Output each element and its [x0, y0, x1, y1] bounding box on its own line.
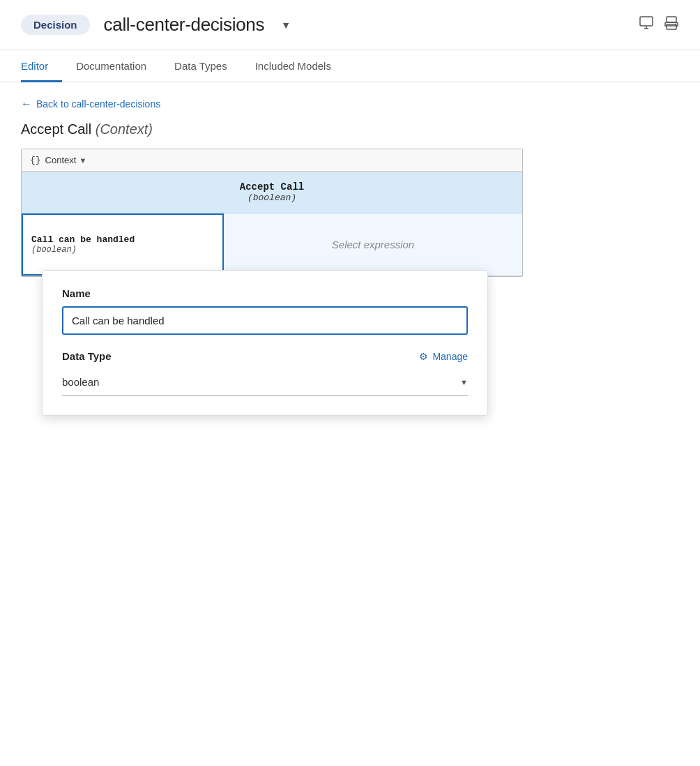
back-arrow-icon: ← — [21, 98, 32, 110]
data-type-select-wrapper: boolean string number date — [62, 369, 468, 396]
manage-link-text: Manage — [432, 351, 468, 362]
cell-expression[interactable]: Select expression — [224, 213, 522, 276]
header: Decision call-center-decisions ▼ — [0, 0, 700, 50]
data-type-row: Data Type ⚙ Manage — [62, 350, 468, 362]
accept-call-header: Accept Call (boolean) — [22, 172, 522, 213]
printer-icon[interactable] — [664, 15, 679, 34]
svg-rect-3 — [667, 17, 676, 22]
accept-call-title: Accept Call (Context) — [21, 121, 679, 137]
data-type-select[interactable]: boolean string number date — [62, 369, 468, 396]
cell-label-name: Call can be handled — [31, 234, 214, 245]
tabs-bar: Editor Documentation Data Types Included… — [0, 50, 700, 82]
tab-editor[interactable]: Editor — [21, 50, 62, 82]
decision-badge: Decision — [21, 15, 90, 35]
gear-icon: ⚙ — [419, 351, 428, 362]
accept-call-header-title: Accept Call — [22, 181, 522, 193]
name-section-label: Name — [62, 287, 468, 299]
svg-point-5 — [675, 24, 676, 25]
expression-row: Call can be handled (boolean) Select exp… — [22, 213, 522, 276]
title-dropdown-arrow[interactable]: ▼ — [281, 20, 291, 31]
toolbar-dropdown-icon[interactable]: ▼ — [79, 156, 86, 165]
tab-documentation[interactable]: Documentation — [62, 50, 160, 82]
tab-data-types[interactable]: Data Types — [160, 50, 241, 82]
back-link[interactable]: ← Back to call-center-decisions — [21, 98, 679, 110]
cell-label[interactable]: Call can be handled (boolean) — [22, 213, 224, 276]
content-area: ← Back to call-center-decisions Accept C… — [0, 82, 700, 431]
svg-rect-0 — [640, 17, 653, 26]
braces-icon: {} — [30, 155, 41, 165]
editor-toolbar: {} Context ▼ — [22, 149, 522, 172]
tab-included-models[interactable]: Included Models — [241, 50, 345, 82]
page-title-header: call-center-decisions — [104, 14, 265, 36]
select-expression-text: Select expression — [332, 239, 414, 250]
popup-card: Name Data Type ⚙ Manage boolean string n… — [42, 270, 488, 416]
cell-label-type: (boolean) — [31, 245, 214, 255]
back-link-text: Back to call-center-decisions — [36, 98, 160, 110]
header-icons — [639, 15, 679, 34]
toolbar-context-label: Context — [45, 155, 77, 165]
data-type-label: Data Type — [62, 350, 112, 362]
svg-rect-4 — [667, 24, 676, 29]
manage-link[interactable]: ⚙ Manage — [419, 351, 468, 362]
accept-call-header-type: (boolean) — [22, 193, 522, 203]
context-editor-box: {} Context ▼ Accept Call (boolean) Call … — [21, 149, 523, 277]
name-input[interactable] — [62, 306, 468, 335]
monitor-icon[interactable] — [639, 15, 654, 34]
